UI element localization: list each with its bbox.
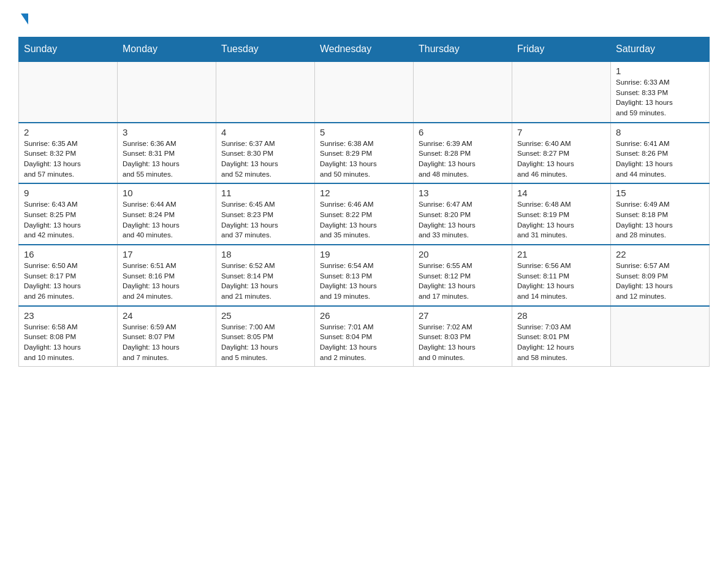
day-info: Sunrise: 6:54 AM Sunset: 8:13 PM Dayligh… [320, 261, 408, 302]
day-info: Sunrise: 7:02 AM Sunset: 8:03 PM Dayligh… [419, 322, 507, 363]
calendar-week-row: 2Sunrise: 6:35 AM Sunset: 8:32 PM Daylig… [19, 123, 710, 184]
calendar-cell: 10Sunrise: 6:44 AM Sunset: 8:24 PM Dayli… [118, 183, 216, 245]
calendar-cell: 21Sunrise: 6:56 AM Sunset: 8:11 PM Dayli… [512, 245, 611, 306]
calendar-cell: 3Sunrise: 6:36 AM Sunset: 8:31 PM Daylig… [118, 123, 216, 184]
calendar-cell: 19Sunrise: 6:54 AM Sunset: 8:13 PM Dayli… [315, 245, 414, 306]
day-number: 17 [123, 249, 211, 259]
calendar-cell: 24Sunrise: 6:59 AM Sunset: 8:07 PM Dayli… [118, 306, 216, 367]
day-number: 18 [221, 249, 309, 259]
day-info: Sunrise: 6:43 AM Sunset: 8:25 PM Dayligh… [24, 199, 112, 240]
day-number: 12 [320, 188, 408, 198]
calendar-cell [315, 61, 414, 123]
day-number: 24 [123, 310, 211, 321]
calendar-cell: 27Sunrise: 7:02 AM Sunset: 8:03 PM Dayli… [414, 306, 512, 367]
calendar-cell: 26Sunrise: 7:01 AM Sunset: 8:04 PM Dayli… [315, 306, 414, 367]
day-number: 7 [517, 127, 605, 137]
day-info: Sunrise: 6:33 AM Sunset: 8:33 PM Dayligh… [616, 77, 704, 118]
day-number: 8 [616, 127, 704, 137]
day-number: 21 [517, 249, 605, 259]
day-number: 25 [221, 310, 309, 321]
day-number: 14 [517, 188, 605, 198]
calendar-cell: 22Sunrise: 6:57 AM Sunset: 8:09 PM Dayli… [611, 245, 710, 306]
calendar-cell: 18Sunrise: 6:52 AM Sunset: 8:14 PM Dayli… [216, 245, 315, 306]
calendar-week-row: 23Sunrise: 6:58 AM Sunset: 8:08 PM Dayli… [19, 306, 710, 367]
day-info: Sunrise: 6:46 AM Sunset: 8:22 PM Dayligh… [320, 199, 408, 240]
day-info: Sunrise: 6:56 AM Sunset: 8:11 PM Dayligh… [517, 261, 605, 302]
day-number: 22 [616, 249, 704, 259]
day-number: 13 [419, 188, 507, 198]
calendar-cell: 7Sunrise: 6:40 AM Sunset: 8:27 PM Daylig… [512, 123, 611, 184]
calendar-cell: 6Sunrise: 6:39 AM Sunset: 8:28 PM Daylig… [414, 123, 512, 184]
calendar-week-row: 1Sunrise: 6:33 AM Sunset: 8:33 PM Daylig… [19, 61, 710, 123]
calendar-week-row: 9Sunrise: 6:43 AM Sunset: 8:25 PM Daylig… [19, 183, 710, 245]
calendar-cell [512, 61, 611, 123]
day-number: 2 [24, 127, 112, 137]
calendar-cell [118, 61, 216, 123]
calendar-cell [611, 306, 710, 367]
weekday-header-wednesday: Wednesday [315, 37, 414, 62]
day-number: 10 [123, 188, 211, 198]
weekday-header-sunday: Sunday [19, 37, 118, 62]
day-info: Sunrise: 7:03 AM Sunset: 8:01 PM Dayligh… [517, 322, 605, 363]
calendar-cell [19, 61, 118, 123]
calendar-cell: 14Sunrise: 6:48 AM Sunset: 8:19 PM Dayli… [512, 183, 611, 245]
day-info: Sunrise: 6:48 AM Sunset: 8:19 PM Dayligh… [517, 199, 605, 240]
day-number: 11 [221, 188, 309, 198]
calendar-cell: 11Sunrise: 6:45 AM Sunset: 8:23 PM Dayli… [216, 183, 315, 245]
day-info: Sunrise: 6:44 AM Sunset: 8:24 PM Dayligh… [123, 199, 211, 240]
weekday-header-tuesday: Tuesday [216, 37, 315, 62]
day-info: Sunrise: 6:58 AM Sunset: 8:08 PM Dayligh… [24, 322, 112, 363]
calendar-cell: 4Sunrise: 6:37 AM Sunset: 8:30 PM Daylig… [216, 123, 315, 184]
day-info: Sunrise: 7:01 AM Sunset: 8:04 PM Dayligh… [320, 322, 408, 363]
day-info: Sunrise: 6:49 AM Sunset: 8:18 PM Dayligh… [616, 199, 704, 240]
day-info: Sunrise: 6:41 AM Sunset: 8:26 PM Dayligh… [616, 139, 704, 180]
calendar-cell: 8Sunrise: 6:41 AM Sunset: 8:26 PM Daylig… [611, 123, 710, 184]
day-info: Sunrise: 6:35 AM Sunset: 8:32 PM Dayligh… [24, 139, 112, 180]
day-number: 28 [517, 310, 605, 321]
logo [18, 12, 28, 25]
day-info: Sunrise: 6:47 AM Sunset: 8:20 PM Dayligh… [419, 199, 507, 240]
day-info: Sunrise: 6:38 AM Sunset: 8:29 PM Dayligh… [320, 139, 408, 180]
day-number: 16 [24, 249, 112, 259]
day-info: Sunrise: 6:57 AM Sunset: 8:09 PM Dayligh… [616, 261, 704, 302]
day-number: 20 [419, 249, 507, 259]
calendar-cell [216, 61, 315, 123]
calendar-cell: 16Sunrise: 6:50 AM Sunset: 8:17 PM Dayli… [19, 245, 118, 306]
weekday-header-monday: Monday [118, 37, 216, 62]
weekday-header-friday: Friday [512, 37, 611, 62]
day-info: Sunrise: 6:55 AM Sunset: 8:12 PM Dayligh… [419, 261, 507, 302]
calendar-cell: 20Sunrise: 6:55 AM Sunset: 8:12 PM Dayli… [414, 245, 512, 306]
day-info: Sunrise: 6:51 AM Sunset: 8:16 PM Dayligh… [123, 261, 211, 302]
day-number: 9 [24, 188, 112, 198]
day-number: 3 [123, 127, 211, 137]
calendar-header-row: SundayMondayTuesdayWednesdayThursdayFrid… [19, 37, 710, 62]
calendar-cell: 28Sunrise: 7:03 AM Sunset: 8:01 PM Dayli… [512, 306, 611, 367]
day-info: Sunrise: 6:40 AM Sunset: 8:27 PM Dayligh… [517, 139, 605, 180]
day-number: 15 [616, 188, 704, 198]
day-info: Sunrise: 6:50 AM Sunset: 8:17 PM Dayligh… [24, 261, 112, 302]
calendar-cell: 17Sunrise: 6:51 AM Sunset: 8:16 PM Dayli… [118, 245, 216, 306]
calendar-cell: 9Sunrise: 6:43 AM Sunset: 8:25 PM Daylig… [19, 183, 118, 245]
day-number: 27 [419, 310, 507, 321]
day-info: Sunrise: 7:00 AM Sunset: 8:05 PM Dayligh… [221, 322, 309, 363]
weekday-header-thursday: Thursday [414, 37, 512, 62]
calendar-cell: 1Sunrise: 6:33 AM Sunset: 8:33 PM Daylig… [611, 61, 710, 123]
day-info: Sunrise: 6:45 AM Sunset: 8:23 PM Dayligh… [221, 199, 309, 240]
day-info: Sunrise: 6:52 AM Sunset: 8:14 PM Dayligh… [221, 261, 309, 302]
day-number: 23 [24, 310, 112, 321]
day-number: 19 [320, 249, 408, 259]
day-number: 6 [419, 127, 507, 137]
day-number: 26 [320, 310, 408, 321]
calendar-cell [414, 61, 512, 123]
logo-arrow-icon [21, 13, 28, 25]
calendar-cell: 12Sunrise: 6:46 AM Sunset: 8:22 PM Dayli… [315, 183, 414, 245]
calendar-cell: 5Sunrise: 6:38 AM Sunset: 8:29 PM Daylig… [315, 123, 414, 184]
calendar-cell: 23Sunrise: 6:58 AM Sunset: 8:08 PM Dayli… [19, 306, 118, 367]
weekday-header-saturday: Saturday [611, 37, 710, 62]
day-info: Sunrise: 6:37 AM Sunset: 8:30 PM Dayligh… [221, 139, 309, 180]
page-header [18, 12, 710, 25]
calendar-table: SundayMondayTuesdayWednesdayThursdayFrid… [18, 37, 710, 367]
day-info: Sunrise: 6:59 AM Sunset: 8:07 PM Dayligh… [123, 322, 211, 363]
day-number: 5 [320, 127, 408, 137]
day-number: 1 [616, 66, 704, 76]
